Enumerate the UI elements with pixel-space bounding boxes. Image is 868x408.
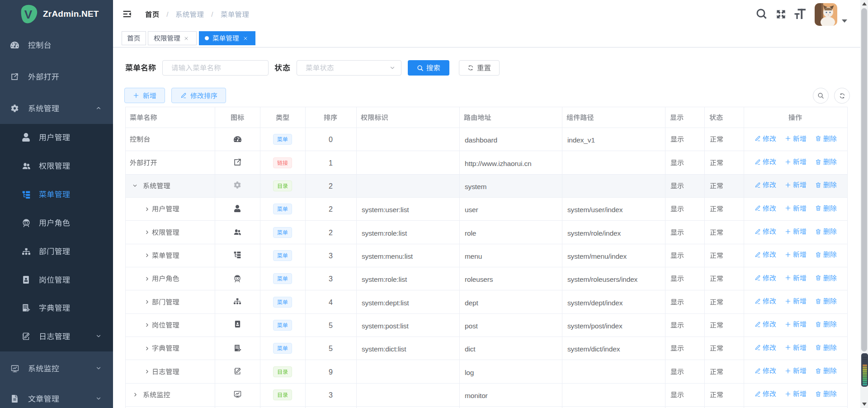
svg-text:V: V <box>24 8 33 21</box>
